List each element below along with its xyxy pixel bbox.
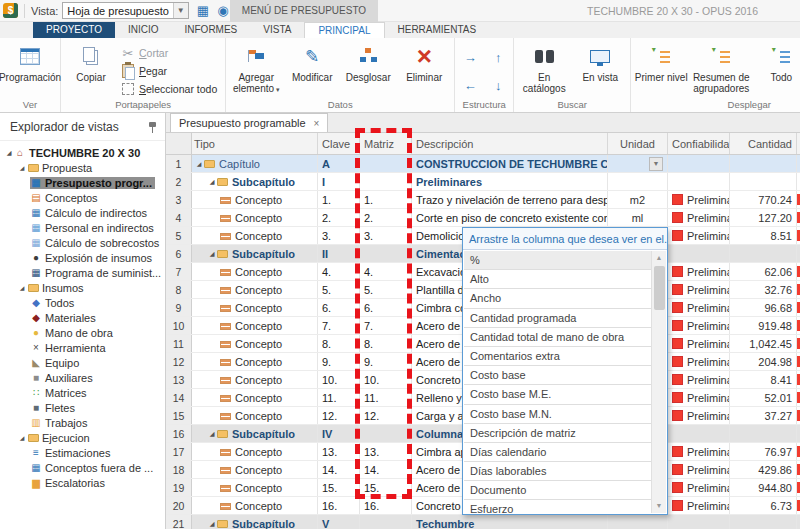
sidebar-item-fletes[interactable]: ■Fletes (0, 400, 165, 415)
cantidad-cell[interactable]: 204.98 (730, 353, 797, 370)
cantidad-cell[interactable]: 429.86 (730, 461, 797, 478)
tipo-cell[interactable]: Concepto (192, 407, 318, 424)
matriz-cell[interactable]: 10. (360, 371, 412, 388)
expander-icon[interactable]: ◢ (4, 149, 14, 156)
sidebar-item-propuesta[interactable]: ◢Propuesta (0, 160, 165, 175)
confiabilidad-cell[interactable] (668, 245, 730, 262)
tab-proyecto[interactable]: PROYECTO (33, 22, 115, 38)
clave-cell[interactable]: 5. (318, 281, 360, 298)
matriz-cell[interactable] (360, 515, 412, 529)
chevron-down-icon[interactable]: ▼ (649, 157, 663, 171)
matriz-cell[interactable] (360, 173, 412, 190)
programacion-button[interactable]: Programación (2, 40, 58, 99)
matriz-cell[interactable]: 4. (360, 263, 412, 280)
clave-cell[interactable]: IV (318, 425, 360, 442)
clave-cell[interactable]: 2. (318, 209, 360, 226)
sidebar-item-personal-en-indirectos[interactable]: ▦Personal en indirectos (0, 220, 165, 235)
sidebar-item-conceptos-fuera-de[interactable]: ▦Conceptos fuera de ... (0, 460, 165, 475)
table-row[interactable]: 4Concepto2.2.Corte en piso de concreto e… (166, 209, 800, 227)
primer-nivel-button[interactable]: Primer nivel (633, 40, 689, 99)
unidad-cell[interactable]: ml (608, 209, 668, 226)
indentar-button[interactable]: → (457, 44, 483, 70)
tipo-cell[interactable]: Concepto (192, 191, 318, 208)
clave-cell[interactable]: 3. (318, 227, 360, 244)
tipo-cell[interactable]: Concepto (192, 317, 318, 334)
row-number[interactable]: 5 (166, 227, 192, 244)
sidebar-item-equipo[interactable]: ◣Equipo (0, 355, 165, 370)
clave-cell[interactable]: 4. (318, 263, 360, 280)
tipo-cell[interactable]: Concepto (192, 443, 318, 460)
confiabilidad-cell[interactable]: Preliminar (668, 479, 730, 496)
sidebar-item-c-lculo-de-indirectos[interactable]: ▦Cálculo de indirectos (0, 205, 165, 220)
column-header-unidad[interactable]: Unidad (608, 133, 668, 154)
cantidad-cell[interactable]: 1,042.45 (730, 335, 797, 352)
table-row[interactable]: 3Concepto1.1.Trazo y nivelación de terre… (166, 191, 800, 209)
row-number[interactable]: 10 (166, 317, 192, 334)
clave-cell[interactable]: 8. (318, 335, 360, 352)
sidebar-item-conceptos[interactable]: ▤Conceptos (0, 190, 165, 205)
matriz-cell[interactable]: 9. (360, 353, 412, 370)
row-number[interactable]: 16 (166, 425, 192, 442)
confiabilidad-cell[interactable]: Preliminar (668, 353, 730, 370)
column-header-cantidad[interactable]: Cantidad (730, 133, 797, 154)
tipo-cell[interactable]: Concepto (192, 263, 318, 280)
table-row[interactable]: 21◢SubcapítuloVTechumbre (166, 515, 800, 529)
row-number[interactable]: 19 (166, 479, 192, 496)
matriz-cell[interactable]: 8. (360, 335, 412, 352)
descripcion-cell[interactable]: Techumbre (412, 515, 608, 529)
confiabilidad-cell[interactable]: Preliminar (668, 299, 730, 316)
edit-view-icon[interactable]: ▦ (197, 3, 209, 19)
row-number[interactable]: 1 (166, 155, 192, 172)
copiar-button[interactable]: Copiar (63, 40, 119, 99)
sidebar-item-todos[interactable]: ◆Todos (0, 295, 165, 310)
matriz-cell[interactable]: 11. (360, 389, 412, 406)
pin-icon[interactable] (148, 121, 157, 133)
tipo-cell[interactable]: ◢Capítulo (192, 155, 318, 172)
row-number[interactable]: 4 (166, 209, 192, 226)
matriz-cell[interactable] (360, 245, 412, 262)
clave-cell[interactable]: 9. (318, 353, 360, 370)
sidebar-item-programa-de-suminist[interactable]: ▦Programa de suminist... (0, 265, 165, 280)
row-number[interactable]: 7 (166, 263, 192, 280)
sidebar-item-c-lculo-de-sobrecostos[interactable]: ▦Cálculo de sobrecostos (0, 235, 165, 250)
cantidad-cell[interactable] (730, 173, 797, 190)
confiabilidad-cell[interactable] (668, 425, 730, 442)
confiabilidad-cell[interactable]: Preliminar (668, 335, 730, 352)
cantidad-cell[interactable]: 944.80 (730, 479, 797, 496)
row-number[interactable]: 21 (166, 515, 192, 529)
sidebar-item-techumbre-20-x-30[interactable]: ◢⌂TECHUMBRE 20 X 30 (0, 145, 165, 160)
seleccionar-todo-button[interactable]: Seleccionar todo (119, 80, 223, 98)
expander-icon[interactable]: ◢ (207, 430, 217, 437)
tipo-cell[interactable]: Concepto (192, 227, 318, 244)
cantidad-cell[interactable]: 8.51 (730, 227, 797, 244)
row-number[interactable]: 20 (166, 497, 192, 514)
scrollbar[interactable]: ▲ ▼ (651, 251, 666, 513)
row-number[interactable]: 12 (166, 353, 192, 370)
column-option[interactable]: Documento (464, 481, 651, 500)
column-header-matriz[interactable]: Matriz (360, 133, 412, 154)
row-number[interactable]: 2 (166, 173, 192, 190)
sidebar-item-presupuesto-progr[interactable]: ▦Presupuesto progr... (0, 175, 165, 190)
column-option[interactable]: Días calendario (464, 443, 651, 462)
tipo-cell[interactable]: Concepto (192, 371, 318, 388)
unidad-cell[interactable] (608, 173, 668, 190)
tipo-cell[interactable]: Concepto (192, 335, 318, 352)
tipo-cell[interactable]: ◢Subcapítulo (192, 173, 318, 190)
confiabilidad-cell[interactable]: Preliminar (668, 389, 730, 406)
en-catalogos-button[interactable]: En catálogos (516, 40, 572, 99)
sidebar-item-explosi-n-de-insumos[interactable]: ●Explosión de insumos (0, 250, 165, 265)
descripcion-cell[interactable]: Trazo y nivelación de terreno para despl… (412, 191, 608, 208)
sidebar-item-ejecucion[interactable]: ◢Ejecucion (0, 430, 165, 445)
sidebar-item-materiales[interactable]: ◆Materiales (0, 310, 165, 325)
cantidad-cell[interactable] (730, 515, 797, 529)
scrollbar-thumb[interactable] (654, 266, 665, 310)
clave-cell[interactable]: 14. (318, 461, 360, 478)
descripcion-cell[interactable]: CONSTRUCCION DE TECHUMBRE CLARO DE (412, 155, 608, 172)
tipo-cell[interactable]: Concepto (192, 461, 318, 478)
unidad-cell[interactable]: ▼ (608, 155, 668, 172)
tab-herramientas[interactable]: HERRAMIENTAS (385, 22, 490, 38)
table-row[interactable]: 1◢CapítuloACONSTRUCCION DE TECHUMBRE CLA… (166, 155, 800, 173)
tipo-cell[interactable]: Concepto (192, 479, 318, 496)
confiabilidad-cell[interactable] (668, 155, 730, 172)
table-row[interactable]: 2◢SubcapítuloIPreliminares (166, 173, 800, 191)
